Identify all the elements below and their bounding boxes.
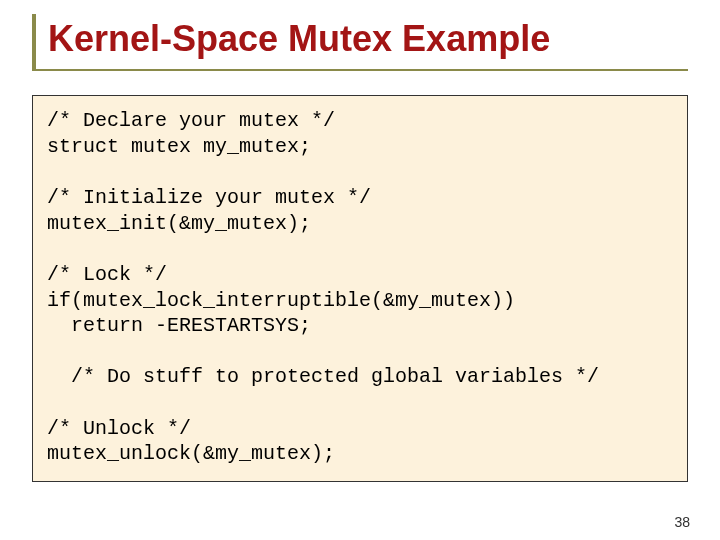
page-number: 38 (674, 514, 690, 530)
code-block: /* Declare your mutex */ struct mutex my… (32, 95, 688, 481)
title-container: Kernel-Space Mutex Example (32, 14, 688, 71)
page-title: Kernel-Space Mutex Example (48, 18, 688, 59)
slide: Kernel-Space Mutex Example /* Declare yo… (0, 0, 720, 540)
